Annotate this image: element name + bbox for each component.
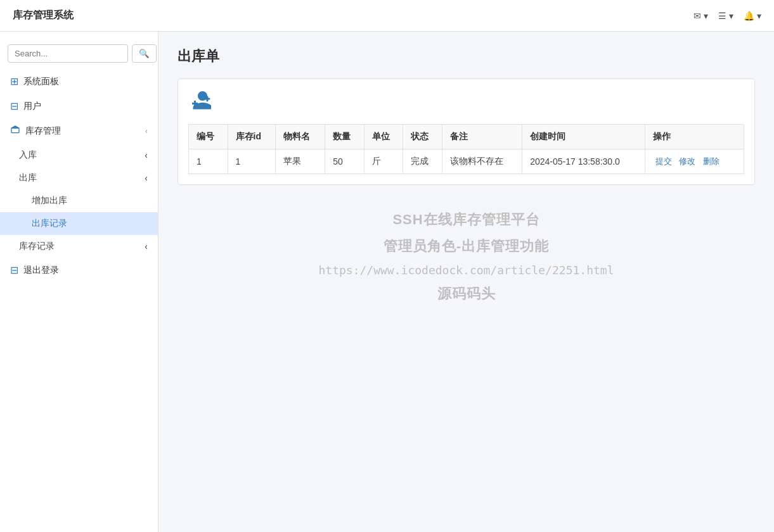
watermark-brand: 源码码头 xyxy=(177,284,755,303)
layout: 🔍 ⊞ 系统面板 ⊟ 用户 库存管理 ‹ 入库 ‹ 出库 xyxy=(0,32,774,532)
sidebar-item-stock-records[interactable]: 库存记录 ‹ xyxy=(0,235,158,258)
inbound-arrow-icon: ‹ xyxy=(145,150,148,160)
cell-quantity: 50 xyxy=(325,149,364,174)
table-header-row: 编号 库存id 物料名 数量 单位 状态 备注 创建时间 操作 xyxy=(189,125,744,149)
watermark-platform: SSH在线库存管理平台 xyxy=(177,210,755,229)
menu-icon-btn[interactable]: ☰ ▾ xyxy=(718,11,733,21)
person-add-icon xyxy=(188,89,211,112)
watermark-section: SSH在线库存管理平台 管理员角色-出库管理功能 https://www.ico… xyxy=(177,210,755,303)
sidebar-item-dashboard[interactable]: ⊞ 系统面板 xyxy=(0,69,158,94)
sidebar-item-logout[interactable]: ⊟ 退出登录 xyxy=(0,258,158,282)
dashboard-icon: ⊞ xyxy=(10,75,18,87)
submit-action-link[interactable]: 提交 xyxy=(655,156,672,166)
edit-action-link[interactable]: 修改 xyxy=(679,156,695,166)
cell-unit: 斤 xyxy=(364,149,403,174)
watermark-url: https://www.icodedock.com/article/2251.h… xyxy=(177,263,755,277)
sidebar-item-dashboard-label: 系统面板 xyxy=(23,76,59,87)
col-created-at: 创建时间 xyxy=(522,125,645,149)
bell-icon-btn[interactable]: 🔔 ▾ xyxy=(744,11,761,21)
sidebar-item-inventory-label: 库存管理 xyxy=(25,125,61,137)
top-navbar: 库存管理系统 ✉ ▾ ☰ ▾ 🔔 ▾ xyxy=(0,0,774,32)
email-icon: ✉ xyxy=(693,11,701,21)
inventory-arrow-icon: ‹ xyxy=(145,127,148,136)
watermark-role: 管理员角色-出库管理功能 xyxy=(177,237,755,256)
col-id: 编号 xyxy=(189,125,228,149)
users-icon: ⊟ xyxy=(10,100,18,112)
navbar-right: ✉ ▾ ☰ ▾ 🔔 ▾ xyxy=(693,11,761,21)
warehouse-icon xyxy=(10,125,20,137)
main-content: 出库单 编号 库存id 物料名 数量 xyxy=(158,32,774,532)
sidebar-item-outbound-label: 出库 xyxy=(19,172,37,184)
page-title: 出库单 xyxy=(177,47,755,66)
outbound-table: 编号 库存id 物料名 数量 单位 状态 备注 创建时间 操作 1 1 xyxy=(188,124,744,174)
svg-rect-1 xyxy=(207,96,209,102)
cell-material-name: 苹果 xyxy=(276,149,325,174)
logout-icon: ⊟ xyxy=(10,264,18,276)
email-chevron: ▾ xyxy=(704,11,708,21)
sidebar-item-users[interactable]: ⊟ 用户 xyxy=(0,94,158,118)
sidebar-item-outbound-records[interactable]: 出库记录 xyxy=(0,212,158,235)
cell-created-at: 2024-05-17 13:58:30.0 xyxy=(522,149,645,174)
sidebar-item-stock-records-label: 库存记录 xyxy=(19,241,55,252)
sidebar: 🔍 ⊞ 系统面板 ⊟ 用户 库存管理 ‹ 入库 ‹ 出库 xyxy=(0,32,158,532)
search-button[interactable]: 🔍 xyxy=(132,44,157,63)
sidebar-item-add-outbound[interactable]: 增加出库 xyxy=(0,189,158,212)
sidebar-item-inbound-label: 入库 xyxy=(19,149,37,161)
cell-stock-id: 1 xyxy=(228,149,276,174)
main-card: 编号 库存id 物料名 数量 单位 状态 备注 创建时间 操作 1 1 xyxy=(177,79,755,185)
bell-chevron: ▾ xyxy=(757,11,761,21)
add-outbound-button[interactable] xyxy=(188,89,211,112)
email-icon-btn[interactable]: ✉ ▾ xyxy=(693,11,708,21)
sidebar-item-add-outbound-label: 增加出库 xyxy=(32,195,67,206)
col-material-name: 物料名 xyxy=(276,125,325,149)
app-brand: 库存管理系统 xyxy=(13,9,74,22)
bell-icon: 🔔 xyxy=(744,11,754,21)
col-status: 状态 xyxy=(403,125,442,149)
menu-icon: ☰ xyxy=(718,11,726,21)
sidebar-item-outbound-records-label: 出库记录 xyxy=(32,218,67,229)
table-row: 1 1 苹果 50 斤 完成 该物料不存在 2024-05-17 13:58:3… xyxy=(189,149,744,174)
cell-remark: 该物料不存在 xyxy=(442,149,522,174)
col-quantity: 数量 xyxy=(325,125,364,149)
sidebar-item-inbound[interactable]: 入库 ‹ xyxy=(0,144,158,167)
col-unit: 单位 xyxy=(364,125,403,149)
col-actions: 操作 xyxy=(645,125,744,149)
search-container: 🔍 xyxy=(0,38,158,69)
search-icon: 🔍 xyxy=(139,49,150,58)
cell-actions: 提交 修改 删除 xyxy=(645,149,744,174)
card-toolbar xyxy=(188,89,744,114)
cell-status: 完成 xyxy=(403,149,442,174)
search-input[interactable] xyxy=(8,44,128,63)
col-stock-id: 库存id xyxy=(228,125,276,149)
col-remark: 备注 xyxy=(442,125,522,149)
delete-action-link[interactable]: 删除 xyxy=(703,156,719,166)
outbound-arrow-icon: ‹ xyxy=(145,173,148,183)
sidebar-item-logout-label: 退出登录 xyxy=(23,265,59,276)
stock-records-arrow-icon: ‹ xyxy=(145,241,148,251)
sidebar-item-users-label: 用户 xyxy=(23,101,41,112)
menu-chevron: ▾ xyxy=(729,11,733,21)
sidebar-item-inventory[interactable]: 库存管理 ‹ xyxy=(0,118,158,144)
sidebar-item-outbound[interactable]: 出库 ‹ xyxy=(0,167,158,189)
cell-id: 1 xyxy=(189,149,228,174)
